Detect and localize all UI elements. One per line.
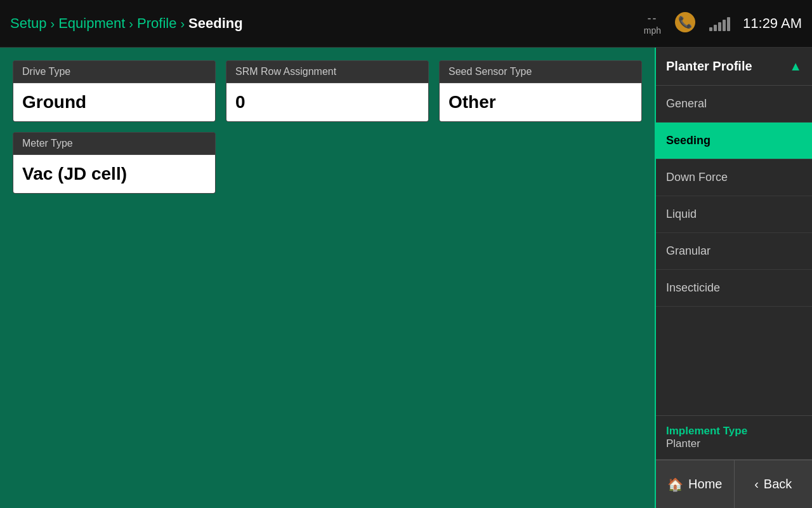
sidebar-items: General Seeding Down Force Liquid Granul… xyxy=(656,86,812,415)
breadcrumb-setup[interactable]: Setup xyxy=(10,15,47,32)
breadcrumb-sep-1: › xyxy=(51,17,55,31)
sidebar-header-title: Planter Profile xyxy=(666,59,752,74)
breadcrumb: Setup › Equipment › Profile › Seeding xyxy=(10,15,644,32)
sidebar-item-liquid[interactable]: Liquid xyxy=(656,196,812,233)
meter-type-value: Vac (JD cell) xyxy=(13,155,215,193)
srm-row-card[interactable]: SRM Row Assignment 0 xyxy=(226,60,429,122)
drive-type-label: Drive Type xyxy=(13,61,215,83)
seed-sensor-label: Seed Sensor Type xyxy=(440,61,641,83)
srm-row-label: SRM Row Assignment xyxy=(226,61,428,83)
topbar-right: -- mph 📞 11:29 AM xyxy=(644,11,802,36)
implement-type-value: Planter xyxy=(666,438,700,450)
drive-type-card[interactable]: Drive Type Ground xyxy=(13,60,216,122)
sidebar-footer: Implement Type Planter 🏠 Home ‹ Back xyxy=(656,415,812,508)
back-chevron-icon: ‹ xyxy=(754,477,759,491)
sidebar-item-seeding[interactable]: Seeding xyxy=(656,123,812,159)
seed-sensor-value: Other xyxy=(440,83,641,121)
implement-type-label: Implement Type xyxy=(666,425,747,437)
sidebar-header: Planter Profile ▲ xyxy=(656,48,812,86)
breadcrumb-profile[interactable]: Profile xyxy=(137,15,176,32)
drive-type-value: Ground xyxy=(13,83,215,121)
sidebar: Planter Profile ▲ General Seeding Down F… xyxy=(655,48,812,508)
speed-display: -- mph xyxy=(644,12,661,36)
srm-row-value: 0 xyxy=(226,83,428,121)
meter-type-card[interactable]: Meter Type Vac (JD cell) xyxy=(13,132,216,194)
sidebar-item-downforce[interactable]: Down Force xyxy=(656,159,812,196)
signal-icon xyxy=(709,16,730,31)
fields-row-1: Drive Type Ground SRM Row Assignment 0 S… xyxy=(13,60,642,122)
breadcrumb-equipment[interactable]: Equipment xyxy=(58,15,125,32)
implement-section: Implement Type Planter xyxy=(656,416,812,460)
main-layout: Drive Type Ground SRM Row Assignment 0 S… xyxy=(0,48,812,508)
meter-type-label: Meter Type xyxy=(13,133,215,155)
back-label: Back xyxy=(764,477,792,491)
sidebar-item-insecticide[interactable]: Insecticide xyxy=(656,270,812,307)
home-button[interactable]: 🏠 Home xyxy=(656,460,735,508)
home-icon: 🏠 xyxy=(667,477,683,492)
breadcrumb-sep-3: › xyxy=(180,17,185,31)
seed-sensor-card[interactable]: Seed Sensor Type Other xyxy=(439,60,642,122)
back-button[interactable]: ‹ Back xyxy=(735,460,813,508)
sidebar-item-general[interactable]: General xyxy=(656,86,812,123)
content-area: Drive Type Ground SRM Row Assignment 0 S… xyxy=(0,48,655,508)
breadcrumb-sep-2: › xyxy=(129,17,133,31)
speed-value: -- xyxy=(647,12,657,25)
time-display: 11:29 AM xyxy=(743,15,802,32)
topbar: Setup › Equipment › Profile › Seeding --… xyxy=(0,0,812,48)
bottom-buttons: 🏠 Home ‹ Back xyxy=(656,460,812,508)
svg-text:📞: 📞 xyxy=(678,15,693,29)
fields-row-2: Meter Type Vac (JD cell) xyxy=(13,132,642,194)
phone-icon: 📞 xyxy=(674,11,697,36)
sidebar-item-granular[interactable]: Granular xyxy=(656,233,812,270)
chevron-up-icon[interactable]: ▲ xyxy=(789,59,802,74)
breadcrumb-seeding: Seeding xyxy=(188,15,243,32)
speed-unit: mph xyxy=(644,25,661,36)
home-label: Home xyxy=(688,477,722,491)
